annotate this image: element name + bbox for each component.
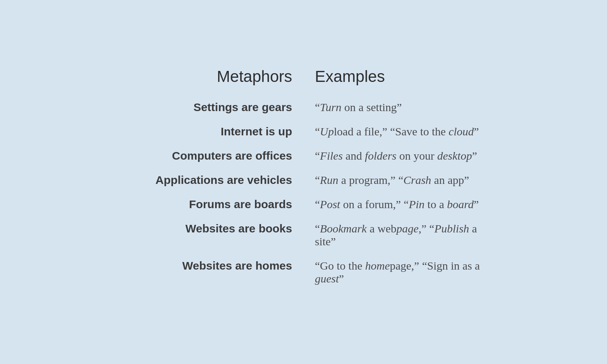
metaphors-column-title: Metaphors <box>217 67 292 85</box>
table-row: Internet is up“Upload a file,” “Save to … <box>118 125 489 138</box>
metaphor-cell: Websites are books <box>118 222 315 235</box>
example-text: “Go to the homepage,” “Sign in as a gues… <box>315 259 480 285</box>
metaphor-text: Applications are vehicles <box>156 174 292 186</box>
example-text: “Run a program,” “Crash an app” <box>315 174 469 186</box>
example-text: “Post on a forum,” “Pin to a board” <box>315 198 479 210</box>
metaphor-cell: Forums are boards <box>118 198 315 211</box>
example-cell: “Run a program,” “Crash an app” <box>315 174 489 187</box>
metaphor-text: Websites are homes <box>182 259 292 272</box>
metaphor-text: Settings are gears <box>193 101 292 113</box>
metaphor-text: Websites are books <box>186 222 292 235</box>
example-text: “Files and folders on your desktop” <box>315 149 477 162</box>
example-text: “Turn on a setting” <box>315 101 402 113</box>
table-row: Websites are books“Bookmark a webpage,” … <box>118 222 489 248</box>
table-row: Applications are vehicles“Run a program,… <box>118 174 489 187</box>
main-container: Metaphors Examples Settings are gears“Tu… <box>95 52 512 312</box>
metaphor-cell: Computers are offices <box>118 149 315 162</box>
metaphor-cell: Applications are vehicles <box>118 174 315 187</box>
example-cell: “Bookmark a webpage,” “Publish a site” <box>315 222 489 248</box>
metaphor-text: Internet is up <box>221 125 292 138</box>
examples-header-cell: Examples <box>315 67 489 86</box>
example-cell: “Go to the homepage,” “Sign in as a gues… <box>315 259 489 285</box>
examples-column-title: Examples <box>315 67 385 85</box>
example-cell: “Post on a forum,” “Pin to a board” <box>315 198 489 211</box>
example-text: “Upload a file,” “Save to the cloud” <box>315 125 479 138</box>
metaphor-text: Computers are offices <box>172 149 292 162</box>
example-cell: “Turn on a setting” <box>315 101 489 114</box>
table-row: Forums are boards“Post on a forum,” “Pin… <box>118 198 489 211</box>
metaphor-text: Forums are boards <box>189 198 292 210</box>
table-row: Settings are gears“Turn on a setting” <box>118 101 489 114</box>
metaphor-cell: Internet is up <box>118 125 315 138</box>
example-cell: “Upload a file,” “Save to the cloud” <box>315 125 489 138</box>
table-body: Settings are gears“Turn on a setting”Int… <box>118 101 489 285</box>
example-text: “Bookmark a webpage,” “Publish a site” <box>315 222 477 248</box>
metaphor-cell: Settings are gears <box>118 101 315 114</box>
table-row: Computers are offices“Files and folders … <box>118 149 489 162</box>
header-row: Metaphors Examples <box>118 67 489 86</box>
metaphors-header-cell: Metaphors <box>118 67 315 86</box>
table-row: Websites are homes“Go to the homepage,” … <box>118 259 489 285</box>
example-cell: “Files and folders on your desktop” <box>315 149 489 162</box>
metaphor-cell: Websites are homes <box>118 259 315 272</box>
